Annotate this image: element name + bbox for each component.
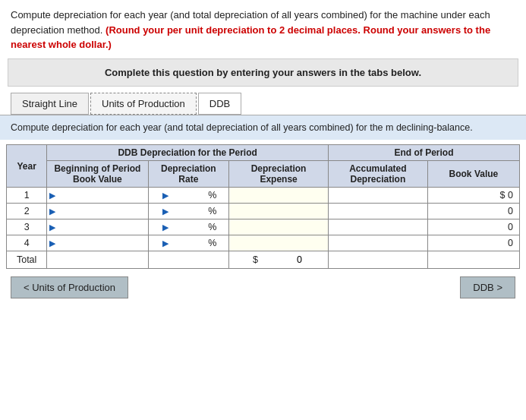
arrow-icon: ▶ xyxy=(162,238,169,248)
instruction-line1: Compute depreciation for each year (and … xyxy=(11,9,382,21)
arrow-icon: ▶ xyxy=(162,223,169,232)
cell-dep-exp-1 xyxy=(229,188,329,204)
percent-sign: % xyxy=(208,206,216,216)
total-dep-rate xyxy=(148,251,229,269)
input-acc-dep-2[interactable] xyxy=(329,205,427,217)
blue-note: Compute depreciation for each year (and … xyxy=(0,115,526,141)
input-dep-exp-2[interactable] xyxy=(229,205,328,217)
input-dep-exp-3[interactable] xyxy=(229,221,328,233)
col-header-year: Year xyxy=(7,145,47,188)
table-row: 1▶▶%$ 0 xyxy=(7,188,520,204)
ddb-table-container: Year DDB Depreciation for the Period End… xyxy=(0,144,526,269)
bottom-nav: < Units of Production DDB > xyxy=(0,269,526,303)
total-dollar-sign: $ xyxy=(253,254,258,265)
cell-book-val-3: 0 xyxy=(427,219,519,235)
input-acc-dep-4[interactable] xyxy=(329,237,427,249)
percent-sign: % xyxy=(208,190,216,201)
arrow-icon: ▶ xyxy=(49,223,55,232)
book-val-text-4: 0 xyxy=(508,238,513,248)
cell-dep-rate-2: ▶% xyxy=(148,204,229,219)
arrow-icon: ▶ xyxy=(49,238,55,248)
arrow-icon: ▶ xyxy=(162,191,169,201)
input-beg-book-2[interactable] xyxy=(55,205,147,217)
tab-straight-line[interactable]: Straight Line xyxy=(11,93,89,115)
prev-tab-button[interactable]: < Units of Production xyxy=(11,276,128,298)
cell-acc-dep-1 xyxy=(328,188,427,204)
cell-year-4: 4 xyxy=(7,235,47,251)
input-dep-rate-1[interactable] xyxy=(169,190,208,201)
cell-acc-dep-3 xyxy=(328,219,427,235)
input-beg-book-1[interactable] xyxy=(55,189,147,201)
col-header-dep-rate: Depreciation Rate xyxy=(148,161,229,188)
input-beg-book-3[interactable] xyxy=(55,221,147,233)
input-dep-rate-4[interactable] xyxy=(169,238,208,248)
cell-year-3: 3 xyxy=(7,219,47,235)
table-row: 4▶▶%0 xyxy=(7,235,520,251)
col-header-dep-exp: Depreciation Expense xyxy=(229,161,329,188)
total-beg-book xyxy=(47,251,148,269)
input-beg-book-4[interactable] xyxy=(55,237,147,249)
input-acc-dep-3[interactable] xyxy=(329,221,427,233)
col-header-beg-book: Beginning of Period Book Value xyxy=(47,161,148,188)
total-book-val xyxy=(427,251,519,269)
input-dep-rate-3[interactable] xyxy=(169,222,208,232)
input-dep-exp-1[interactable] xyxy=(229,189,328,201)
cell-dep-rate-1: ▶% xyxy=(148,188,229,204)
tab-units-of-production[interactable]: Units of Production xyxy=(90,93,197,115)
cell-beg-book-3: ▶ xyxy=(47,219,148,235)
book-val-text-2: 0 xyxy=(508,206,513,216)
cell-beg-book-2: ▶ xyxy=(47,204,148,219)
cell-beg-book-1: ▶ xyxy=(47,188,148,204)
total-row: Total $ xyxy=(7,251,520,269)
table-row: 2▶▶%0 xyxy=(7,204,520,219)
book-val-text-3: 0 xyxy=(508,222,513,232)
col-header-acc-dep: Accumulated Depreciation xyxy=(328,161,427,188)
ddb-table: Year DDB Depreciation for the Period End… xyxy=(6,144,520,269)
cell-beg-book-4: ▶ xyxy=(47,235,148,251)
cell-year-1: 1 xyxy=(7,188,47,204)
arrow-icon: ▶ xyxy=(162,207,169,216)
total-dep-exp-cell: $ xyxy=(229,251,329,269)
cell-dep-rate-3: ▶% xyxy=(148,219,229,235)
dollar-sign: $ xyxy=(500,190,508,201)
header-group-ddb: DDB Depreciation for the Period xyxy=(47,145,329,161)
cell-acc-dep-4 xyxy=(328,235,427,251)
input-dep-rate-2[interactable] xyxy=(169,206,208,216)
next-tab-button[interactable]: DDB > xyxy=(460,276,515,298)
cell-dep-exp-2 xyxy=(229,204,329,219)
book-val-text-1: 0 xyxy=(508,190,513,201)
cell-dep-rate-4: ▶% xyxy=(148,235,229,251)
instruction-box: Complete this question by entering your … xyxy=(8,58,518,87)
cell-acc-dep-2 xyxy=(328,204,427,219)
percent-sign: % xyxy=(208,222,216,232)
header-group-eop: End of Period xyxy=(328,145,519,161)
table-row: 3▶▶%0 xyxy=(7,219,520,235)
cell-dep-exp-3 xyxy=(229,219,329,235)
arrow-icon: ▶ xyxy=(49,207,55,216)
col-header-book-val: Book Value xyxy=(427,161,519,188)
cell-book-val-4: 0 xyxy=(427,235,519,251)
arrow-icon: ▶ xyxy=(49,191,55,201)
total-label: Total xyxy=(7,251,47,269)
input-dep-exp-4[interactable] xyxy=(229,237,328,249)
cell-book-val-1: $ 0 xyxy=(427,188,519,204)
input-acc-dep-1[interactable] xyxy=(329,189,427,201)
total-acc-dep xyxy=(328,251,427,269)
tab-ddb[interactable]: DDB xyxy=(198,93,241,115)
top-instructions: Compute depreciation for each year (and … xyxy=(0,0,526,58)
cell-book-val-2: 0 xyxy=(427,204,519,219)
cell-dep-exp-4 xyxy=(229,235,329,251)
total-dep-exp-input[interactable] xyxy=(263,254,304,266)
tabs-row: Straight Line Units of Production DDB xyxy=(0,87,526,115)
percent-sign: % xyxy=(208,238,216,248)
cell-year-2: 2 xyxy=(7,204,47,219)
